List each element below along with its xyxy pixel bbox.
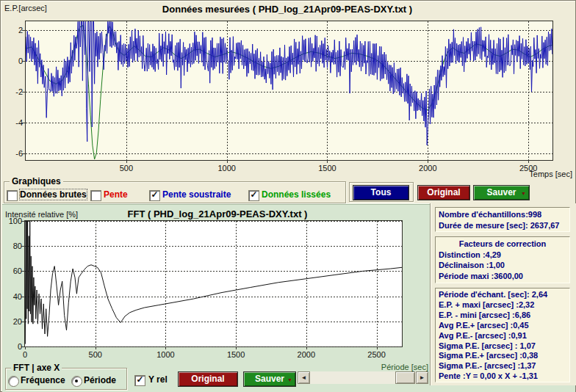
top-chart-x-axis-title: Temps [sec]	[515, 170, 572, 178]
stat-avg-pe-minus: Avg P.E.- [arcsec] :0,91	[439, 331, 566, 341]
dropdown-arrow-icon[interactable]: ▼	[521, 191, 526, 196]
fft-axis-groupbox-label: FFT | axe X	[11, 363, 62, 373]
x-axis-tick-label: 1500	[311, 164, 343, 173]
sauver-button-bottom[interactable]: Sauver ▼	[243, 371, 296, 387]
stat-ep-mini: E.P. - mini [arcsec] :6,86	[439, 311, 566, 321]
x-axis-tick-label: 1000	[211, 164, 243, 173]
x-axis-tick-label: 1500	[220, 350, 252, 359]
scrollbar-right-arrow-icon[interactable]: ►	[416, 371, 428, 384]
samples-count: Nombre d'échantillons:998	[439, 209, 566, 220]
y-axis-tick-label: 60	[3, 266, 22, 275]
chart-series	[26, 21, 552, 160]
x-axis-tick-label: 2000	[411, 164, 444, 173]
stat-pente-equation: Pente :Y = 0,00 x X + -1,31	[439, 371, 566, 382]
top-chart-y-axis-title: E.P.[arcsec]	[4, 4, 47, 12]
y-axis-tick-label: 0	[4, 57, 23, 65]
chart-series	[25, 221, 402, 346]
stat-sigma-pe: Sigma P.E. [arcsec] : 1,07	[439, 341, 566, 352]
measure-duration: Durée de mesure [sec]: 2637,67	[439, 220, 566, 231]
periode-radio[interactable]	[71, 376, 82, 387]
x-axis-tick-label: 0	[9, 350, 41, 359]
x-axis-tick-label: 500	[110, 164, 143, 173]
sauver-button-top[interactable]: Sauver ▼	[473, 185, 530, 200]
x-axis-tick-label: 2000	[290, 350, 323, 359]
declinaison-value: Déclinaison :1,00	[439, 260, 566, 271]
y-axis-tick-label: 100	[3, 217, 22, 225]
measured-data-plot: 20-2-4-65001000150020002500	[25, 21, 553, 161]
donnees-lissees-checkbox[interactable]: ✓	[248, 190, 259, 201]
pente-soustraite-label[interactable]: Pente soustraite	[162, 189, 231, 200]
y-axis-tick-label: -6	[4, 149, 23, 158]
donnees-lissees-label[interactable]: Données lissées	[262, 189, 331, 200]
original-button-bottom[interactable]: Original	[178, 371, 238, 387]
y-axis-tick-label: -2	[4, 87, 23, 96]
series-fft	[25, 221, 402, 344]
sauver-button-bottom-label: Sauver	[255, 374, 284, 384]
fft-x-axis-title: Période [sec]	[346, 363, 428, 371]
frequence-radio-label[interactable]: Fréquence	[21, 375, 65, 385]
correction-box-title: Facteurs de correction	[439, 239, 566, 250]
samples-box: Nombre d'échantillons:998 Durée de mesur…	[435, 207, 570, 232]
stat-sigma-pe-plus: Sigma P.E.+ [arcsec] :0,38	[439, 351, 566, 361]
x-axis-tick-label: 500	[79, 350, 112, 359]
distinction-value: Distinction :4,29	[439, 250, 566, 261]
periode-radio-label[interactable]: Période	[84, 375, 116, 385]
y-rel-label[interactable]: Y rel	[148, 374, 168, 385]
pente-label[interactable]: Pente	[104, 189, 128, 200]
stat-ep-maxi: E.P. + maxi [arcsec] :2,32	[439, 300, 566, 311]
fft-plot: 10080604020005001000150020002500	[24, 220, 403, 347]
graphiques-groupbox-label: Graphiques	[10, 176, 63, 186]
periode-maxi-value: Période maxi :3600,00	[439, 271, 566, 282]
x-axis-tick-label: 2500	[361, 350, 393, 359]
fft-scrollbar[interactable]: ◄ ►	[298, 371, 428, 384]
scrollbar-thumb[interactable]	[395, 371, 415, 384]
pente-soustraite-checkbox[interactable]: ✓	[149, 190, 160, 201]
y-axis-tick-label: 2	[4, 26, 23, 35]
tous-button[interactable]: Tous	[353, 185, 409, 200]
dropdown-arrow-icon[interactable]: ▼	[287, 377, 292, 382]
original-button-top[interactable]: Original	[417, 185, 470, 200]
top-chart-title: Données mesurées ( PHD_log_21Apr09-PEAS-…	[104, 4, 471, 15]
stat-sigma-pe-minus: Sigma P.E.- [arcsec] :1,37	[439, 361, 566, 371]
stat-avg-pe-plus: Avg P.E.+ [arcsec] :0,45	[439, 321, 566, 331]
correction-box: Facteurs de correction Distinction :4,29…	[435, 236, 570, 283]
scrollbar-left-arrow-icon[interactable]: ◄	[298, 371, 310, 384]
y-axis-tick-label: 80	[3, 242, 22, 250]
y-rel-checkbox[interactable]: ✓	[134, 375, 145, 386]
donnees-brutes-label[interactable]: Données brutes	[20, 189, 87, 200]
stats-box: Période d'échant. [sec]: 2,64 E.P. + max…	[435, 288, 570, 382]
donnees-brutes-checkbox[interactable]	[7, 190, 18, 201]
sauver-button-top-label: Sauver	[486, 187, 516, 197]
fft-chart-title: FFT ( PHD_log_21Apr09-PEAS-DXY.txt )	[96, 208, 339, 219]
app-window: E.P.[arcsec] Données mesurées ( PHD_log_…	[0, 0, 576, 392]
stat-periode-echant: Période d'échant. [sec]: 2,64	[439, 290, 566, 300]
y-axis-tick-label: -4	[4, 118, 23, 127]
x-axis-tick-label: 1000	[149, 350, 181, 359]
y-axis-tick-label: 20	[3, 317, 22, 326]
pente-checkbox[interactable]	[90, 190, 101, 201]
frequence-radio[interactable]	[8, 376, 19, 387]
series-pente-soustraite	[26, 21, 552, 145]
y-axis-tick-label: 40	[3, 292, 22, 301]
